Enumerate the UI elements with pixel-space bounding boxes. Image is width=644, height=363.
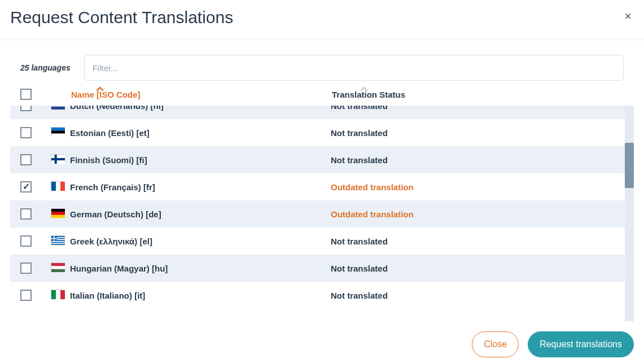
flag-icon: [51, 235, 70, 247]
modal-header: Request Content Translations ×: [0, 0, 644, 40]
svg-rect-1: [51, 106, 65, 107]
svg-rect-29: [60, 290, 65, 299]
table-rows-viewport: Dutch (Nederlands) [nl]Not translatedEst…: [10, 106, 625, 321]
close-icon[interactable]: ×: [622, 8, 634, 25]
flag-icon: [51, 181, 70, 193]
modal-body: 25 languages Name [ISO Code] Translation…: [0, 40, 644, 321]
row-status: Not translated: [331, 291, 615, 300]
svg-rect-11: [60, 182, 65, 191]
row-checkbox[interactable]: [20, 235, 32, 247]
column-status-label: Translation Status: [332, 90, 405, 99]
svg-rect-5: [51, 134, 65, 137]
flag-icon: [51, 263, 70, 274]
table-rows: Dutch (Nederlands) [nl]Not translatedEst…: [10, 106, 625, 309]
svg-rect-26: [51, 269, 65, 272]
svg-rect-12: [51, 209, 65, 212]
filter-input[interactable]: [84, 55, 624, 81]
modal-title: Request Content Translations: [10, 8, 233, 27]
row-name: Greek (ελληνικά) [el]: [70, 237, 331, 246]
row-check-cell: [20, 290, 51, 301]
status-text: Not translated: [331, 264, 388, 273]
modal-footer: Close Request translations: [0, 321, 644, 363]
svg-rect-10: [56, 182, 60, 191]
row-status: Outdated translation: [331, 182, 615, 192]
status-text: Not translated: [331, 106, 388, 111]
close-button[interactable]: Close: [472, 331, 519, 357]
svg-rect-14: [51, 215, 65, 218]
row-name: German (Deutsch) [de]: [70, 209, 331, 219]
table-header: Name [ISO Code] Translation Status: [10, 89, 634, 106]
table-row: Dutch (Nederlands) [nl]Not translated: [10, 106, 625, 119]
row-name: Finnish (Suomi) [fi]: [70, 155, 331, 165]
row-checkbox[interactable]: [20, 263, 32, 274]
svg-rect-4: [51, 130, 65, 133]
svg-rect-20: [51, 244, 65, 245]
status-text: Not translated: [331, 291, 388, 300]
column-name-label: Name [ISO Code]: [71, 90, 141, 99]
language-count: 25 languages: [20, 63, 71, 72]
svg-rect-19: [51, 242, 65, 243]
column-header-status[interactable]: Translation Status: [331, 90, 624, 99]
table-row: Estonian (Eesti) [et]Not translated: [10, 119, 625, 146]
svg-rect-13: [51, 212, 65, 215]
table-row: French (Français) [fr]Outdated translati…: [10, 173, 625, 200]
scroll-thumb[interactable]: [625, 143, 634, 188]
table-row: Hungarian (Magyar) [hu]Not translated: [10, 255, 625, 282]
select-all-cell: [20, 89, 51, 100]
row-status: Outdated translation: [331, 209, 615, 219]
row-checkbox[interactable]: [20, 181, 32, 193]
row-name: French (Français) [fr]: [70, 182, 331, 192]
table-row: Greek (ελληνικά) [el]Not translated: [10, 228, 625, 255]
select-all-checkbox[interactable]: [20, 89, 32, 100]
row-checkbox[interactable]: [20, 290, 32, 301]
row-checkbox[interactable]: [20, 208, 32, 220]
svg-rect-8: [55, 155, 57, 164]
status-text: Outdated translation: [331, 209, 414, 219]
row-name: Dutch (Nederlands) [nl]: [70, 106, 331, 111]
svg-rect-9: [51, 182, 56, 191]
row-name: Hungarian (Magyar) [hu]: [70, 264, 331, 273]
modal-request-translations: Request Content Translations × 25 langua…: [0, 0, 644, 363]
status-text: Not translated: [331, 128, 388, 138]
row-status: Not translated: [331, 155, 615, 165]
flag-icon: [51, 127, 70, 138]
table-row: Finnish (Suomi) [fi]Not translated: [10, 146, 625, 173]
row-checkbox[interactable]: [20, 127, 32, 138]
flag-icon: [51, 106, 70, 111]
svg-rect-23: [54, 236, 54, 241]
flag-icon: [51, 154, 70, 165]
row-check-cell: [20, 106, 51, 111]
row-check-cell: [20, 154, 51, 165]
svg-rect-28: [56, 290, 60, 299]
row-check-cell: [20, 181, 51, 193]
svg-rect-7: [51, 158, 65, 160]
row-status: Not translated: [331, 264, 615, 273]
table-body-wrap: Dutch (Nederlands) [nl]Not translatedEst…: [10, 106, 634, 321]
svg-rect-24: [51, 263, 65, 266]
table-row: German (Deutsch) [de]Outdated translatio…: [10, 200, 625, 228]
request-translations-button[interactable]: Request translations: [528, 331, 634, 357]
row-name: Estonian (Eesti) [et]: [70, 128, 331, 138]
status-text: Not translated: [331, 155, 388, 165]
svg-rect-3: [51, 128, 65, 130]
row-check-cell: [20, 127, 51, 138]
row-checkbox[interactable]: [20, 154, 32, 165]
row-status: Not translated: [331, 106, 615, 111]
row-check-cell: [20, 208, 51, 220]
row-checkbox[interactable]: [20, 106, 32, 111]
svg-rect-2: [51, 107, 65, 110]
row-name: Italian (Italiano) [it]: [70, 291, 331, 300]
column-header-name[interactable]: Name [ISO Code]: [70, 90, 331, 99]
row-status: Not translated: [331, 128, 615, 138]
flag-icon: [51, 208, 70, 220]
flag-icon: [51, 290, 70, 301]
scroll-track: [625, 106, 634, 321]
status-text: Not translated: [331, 237, 388, 246]
row-check-cell: [20, 263, 51, 274]
status-text: Outdated translation: [331, 182, 414, 192]
row-status: Not translated: [331, 237, 615, 246]
svg-rect-25: [51, 266, 65, 269]
svg-rect-27: [51, 290, 56, 299]
scrollbar[interactable]: [625, 106, 634, 321]
table-row: Italian (Italiano) [it]Not translated: [10, 282, 625, 309]
